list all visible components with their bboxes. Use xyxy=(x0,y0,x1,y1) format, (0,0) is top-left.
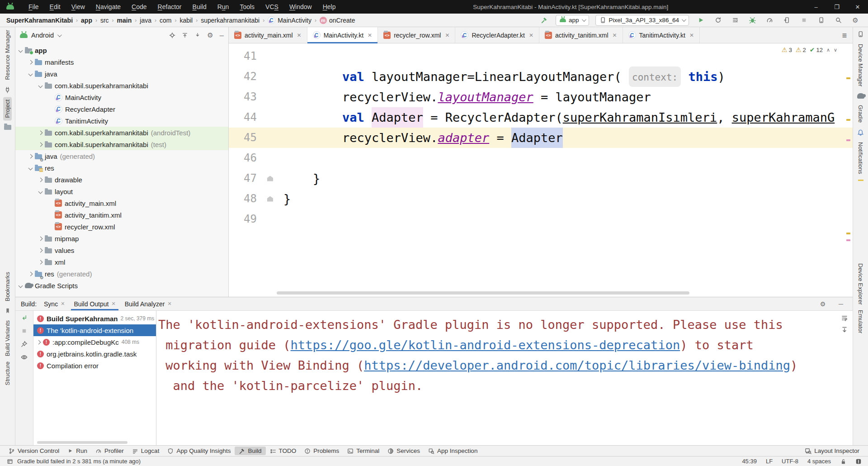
editor-tab-recycler_row.xml[interactable]: <>recycler_row.xml✕ xyxy=(378,27,455,43)
maximize-button[interactable]: ❐ xyxy=(826,0,847,14)
close-tab-icon[interactable]: ✕ xyxy=(613,32,617,38)
console-link[interactable]: https://goo.gle/kotlin-android-extension… xyxy=(291,338,680,352)
project-tree-row[interactable]: CRecyclerAdapter xyxy=(15,103,228,115)
breadcrumb-item[interactable]: kabil xyxy=(179,17,193,24)
settings-icon[interactable]: ⚙ xyxy=(817,299,828,309)
project-tree-row[interactable]: mipmap xyxy=(15,233,228,244)
project-tree-row[interactable]: drawable xyxy=(15,174,228,185)
menu-file[interactable]: File xyxy=(28,3,39,10)
breadcrumb-item[interactable]: src xyxy=(100,17,109,24)
editor-tab-activity_tanitim.xml[interactable]: <>activity_tanitim.xml✕ xyxy=(539,27,623,43)
breadcrumb-item[interactable]: SuperKahramanKitabi xyxy=(6,17,73,24)
tool-window-button-app-quality-insights[interactable]: App Quality Insights xyxy=(163,447,235,455)
tool-window-button-app-inspection[interactable]: App Inspection xyxy=(424,447,481,455)
breadcrumb-item[interactable]: app xyxy=(81,17,92,24)
fold-marker-icon[interactable] xyxy=(257,189,283,209)
menu-help[interactable]: Help xyxy=(323,3,336,10)
attach-debugger-icon[interactable] xyxy=(781,15,792,26)
bookmark-icon[interactable] xyxy=(5,308,11,314)
build-tree-row[interactable]: !org.jetbrains.kotlin.gradle.task xyxy=(33,348,156,360)
project-tree-row[interactable]: java(generated) xyxy=(15,150,228,162)
tree-toggle-icon[interactable] xyxy=(38,189,43,194)
tool-window-button-device-explorer[interactable]: Device Explorer xyxy=(856,261,865,308)
tool-window-button-services[interactable]: Services xyxy=(383,447,424,455)
build-hammer-icon[interactable] xyxy=(538,15,549,26)
run-icon[interactable] xyxy=(695,15,706,26)
tool-window-button-build[interactable]: Build xyxy=(235,447,265,455)
tree-toggle-icon[interactable] xyxy=(38,236,43,241)
tool-window-button-build-variants[interactable]: Build Variants xyxy=(3,318,12,359)
tree-toggle-icon[interactable] xyxy=(19,48,23,52)
close-tab-icon[interactable]: ✕ xyxy=(445,32,449,38)
project-tree-row[interactable]: app xyxy=(15,44,228,56)
menu-vcs[interactable]: VCS xyxy=(265,3,278,10)
breadcrumb-item[interactable]: monCreate xyxy=(320,17,355,24)
code-line-46[interactable]: 46 xyxy=(229,148,853,168)
warning-count[interactable]: ⚠3 xyxy=(782,46,792,53)
tool-window-button-layout-inspector[interactable]: Layout Inspector xyxy=(801,447,863,455)
project-tree-row[interactable]: <>activity_tanitim.xml xyxy=(15,209,228,221)
indent-setting[interactable]: 4 spaces xyxy=(807,458,831,465)
project-tree-row[interactable]: <>activity_main.xml xyxy=(15,197,228,209)
warning-count[interactable]: ⚠2 xyxy=(796,46,806,53)
code-line-49[interactable]: 49 xyxy=(229,209,853,229)
chevron-down-icon[interactable] xyxy=(57,33,62,37)
close-tab-icon[interactable]: ✕ xyxy=(689,32,694,38)
menu-refactor[interactable]: Refactor xyxy=(158,3,182,10)
menu-run[interactable]: Run xyxy=(217,3,229,10)
project-tree-row[interactable]: layout xyxy=(15,185,228,197)
tab-list-icon[interactable]: ≣ xyxy=(836,27,853,43)
code-editor[interactable]: 4142 val layoutManager=LinearLayoutManag… xyxy=(229,43,853,297)
horizontal-scrollbar[interactable] xyxy=(277,291,689,295)
tool-window-button-problems[interactable]: Problems xyxy=(300,447,343,455)
minimize-button[interactable]: – xyxy=(806,0,826,14)
menu-edit[interactable]: Edit xyxy=(50,3,61,10)
window-icon[interactable] xyxy=(6,458,14,465)
tool-window-button-resource-manager[interactable]: Resource Manager xyxy=(3,27,12,83)
build-tree-row[interactable]: !The 'kotlin-android-extension xyxy=(33,324,156,336)
tree-toggle-icon[interactable] xyxy=(38,248,43,252)
project-view-selector[interactable]: Android xyxy=(31,32,54,39)
restart-build-icon[interactable] xyxy=(21,314,28,321)
code-line-41[interactable]: 41 xyxy=(229,46,853,67)
tree-toggle-icon[interactable] xyxy=(38,130,43,135)
prev-problem-icon[interactable]: ∧ xyxy=(826,47,830,53)
tool-window-button-terminal[interactable]: Terminal xyxy=(343,447,383,455)
tree-toggle-icon[interactable] xyxy=(38,260,43,264)
menu-build[interactable]: Build xyxy=(193,3,207,10)
apply-code-changes-icon[interactable] xyxy=(730,15,741,26)
build-tree-row[interactable]: !Compilation error xyxy=(33,360,156,371)
project-tree-row[interactable]: res xyxy=(15,162,228,174)
settings-icon[interactable]: ⚙ xyxy=(850,15,861,26)
close-tab-icon[interactable]: ✕ xyxy=(297,32,302,38)
menu-view[interactable]: View xyxy=(71,3,85,10)
event-log-icon[interactable] xyxy=(855,458,862,465)
pin-tab-icon[interactable] xyxy=(21,341,28,347)
tool-window-button-emulator[interactable]: Emulator xyxy=(856,307,865,336)
close-tab-icon[interactable]: ✕ xyxy=(61,301,65,307)
build-tree-row[interactable]: !Build SuperKahraman2 sec, 379 ms xyxy=(33,313,156,324)
project-tree-row[interactable]: res(generated) xyxy=(15,268,228,280)
tree-toggle-icon[interactable] xyxy=(38,83,43,88)
code-line-44[interactable]: 44 val Adapter = RecyclerAdapter(superKa… xyxy=(229,107,853,128)
project-tree-row[interactable]: <>recycler_row.xml xyxy=(15,221,228,233)
close-tab-icon[interactable]: ✕ xyxy=(167,301,171,307)
menu-window[interactable]: Window xyxy=(289,3,312,10)
editor-tab-MainActivity.kt[interactable]: CMainActivity.kt✕ xyxy=(307,27,378,43)
stop-icon[interactable] xyxy=(798,15,809,26)
close-tab-icon[interactable]: ✕ xyxy=(111,301,115,307)
code-line-45[interactable]: 45 recyclerView.adapter = Adapter xyxy=(229,128,853,148)
project-tree-row[interactable]: manifests xyxy=(15,56,228,68)
unlock-icon[interactable] xyxy=(840,458,846,465)
tree-toggle-icon[interactable] xyxy=(28,166,33,170)
code-line-48[interactable]: 48} xyxy=(229,189,853,209)
editor-tab-RecyclerAdapter.kt[interactable]: CRecyclerAdapter.kt✕ xyxy=(455,27,539,43)
tool-window-button-todo[interactable]: TODO xyxy=(266,447,301,455)
filter-icon[interactable] xyxy=(21,354,28,361)
debug-icon[interactable] xyxy=(747,15,758,26)
tool-window-button-device-manager[interactable]: Device Manager xyxy=(856,41,865,90)
stop-build-icon[interactable] xyxy=(21,328,28,334)
run-configuration-select[interactable]: app xyxy=(556,15,589,26)
breadcrumb-item[interactable]: java xyxy=(140,17,151,24)
build-tab-sync[interactable]: Sync✕ xyxy=(39,297,69,310)
